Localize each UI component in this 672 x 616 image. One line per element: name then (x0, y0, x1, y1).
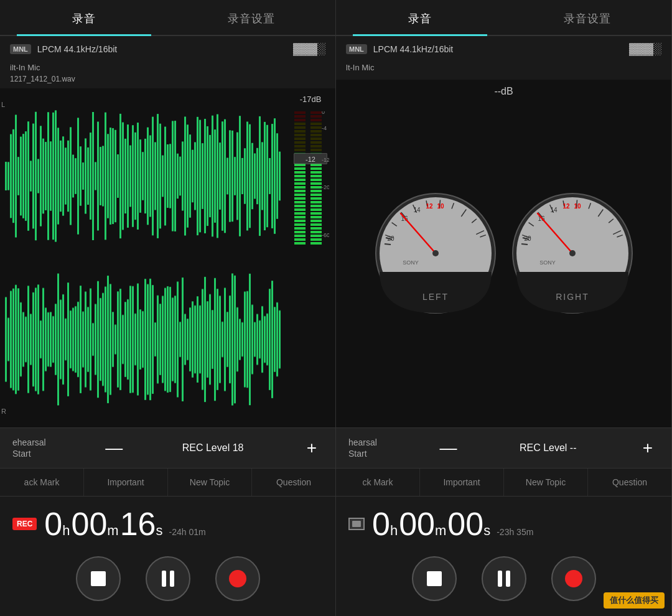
format-text-right: LPCM 44.1kHz/16bit (373, 44, 453, 54)
bookmark-question-left[interactable]: Question (252, 469, 335, 496)
right-vu-dial: 20 16 14 12 10 SONY RIGHT (510, 191, 635, 315)
svg-text:10: 10 (574, 203, 581, 210)
bookmark-newtopic-left[interactable]: New Topic (168, 469, 252, 496)
start-label-left: Start (12, 448, 46, 459)
timer-h-unit-left: h (62, 523, 70, 539)
filename-left: 1217_1412_01.wav (0, 73, 335, 88)
timer-hours-left: 0 (44, 508, 62, 540)
left-tabs: 录音 录音设置 (0, 0, 335, 36)
rehearsal-info-left: ehearsal Start (12, 437, 46, 459)
svg-text:SONY: SONY (403, 259, 419, 266)
db-label-right: --dB (494, 86, 513, 97)
rehearsal-info-right: hearsal Start (348, 437, 377, 459)
svg-text:10: 10 (437, 203, 444, 210)
timer-seconds-right: 00 (447, 508, 483, 540)
timer-area-right: 0 h 00 m 00 s -23h 35m (336, 497, 671, 546)
timer-minutes-left: 00 (72, 508, 108, 540)
stop-button-right[interactable] (412, 556, 457, 601)
left-vu-dial: 20 16 14 12 10 SONY LEFT (373, 191, 498, 315)
svg-line-22 (385, 244, 391, 245)
stop-icon-right (427, 571, 442, 586)
timer-s-unit-left: s (156, 523, 163, 539)
tab-record-right[interactable]: 录音 (336, 0, 504, 35)
mnl-badge-right: MNL (346, 44, 367, 54)
stop-icon-left (91, 571, 106, 586)
minus-button-right[interactable]: — (437, 439, 459, 457)
mic-text-right: lt-In Mic (336, 62, 671, 73)
plus-button-left[interactable]: + (301, 439, 323, 457)
right-tabs: 录音 录音设置 (336, 0, 671, 36)
svg-text:12: 12 (426, 203, 433, 210)
waveform-top (5, 103, 281, 250)
battery-icon-left: ▓▓▓░ (293, 42, 325, 55)
stop-button-left[interactable] (76, 556, 121, 601)
minus-button-left[interactable]: — (103, 439, 125, 457)
bookmark-newtopic-right[interactable]: New Topic (504, 469, 588, 496)
timer-h-unit-right: h (390, 523, 398, 539)
svg-point-20 (432, 250, 439, 256)
bookmark-bar-left: ack Mark Important New Topic Question (0, 469, 335, 497)
pause-bar-2-right (506, 571, 510, 587)
rec-level-left: REC Level 18 (182, 442, 244, 454)
svg-point-45 (569, 250, 576, 256)
vu-area-left: -17dB (286, 88, 335, 427)
mic-text-left: ilt-In Mic (0, 62, 335, 73)
right-panel: 录音 录音设置 MNL LPCM 44.1kHz/16bit ▓▓▓░ lt-I… (336, 0, 672, 616)
plus-button-right[interactable]: + (637, 439, 659, 457)
transport-left (0, 546, 335, 616)
battery-icon-right: ▓▓▓░ (629, 42, 661, 55)
timer-remaining-left: -24h 01m (169, 527, 206, 537)
pause-bar-1-right (498, 571, 502, 587)
svg-text:LEFT: LEFT (422, 292, 448, 302)
rehearsal-label-right: hearsal (348, 437, 377, 448)
timer-display-left: 0 h 00 m 16 s -24h 01m (44, 508, 323, 540)
record-dot-right (565, 570, 582, 587)
vu-dials-area: --dB (336, 80, 671, 427)
pause-bar-1-left (162, 571, 166, 587)
watermark: 值什么值得买 (604, 592, 665, 609)
start-label-right: Start (348, 448, 377, 459)
left-panel: 录音 录音设置 MNL LPCM 44.1kHz/16bit ▓▓▓░ ilt-… (0, 0, 336, 616)
rec-badge-left: REC (12, 518, 37, 530)
channel-label-r: R (1, 408, 6, 415)
pause-button-right[interactable] (482, 556, 526, 601)
tab-settings-left[interactable]: 录音设置 (168, 0, 336, 35)
record-button-right[interactable] (551, 556, 596, 601)
controls-bar-left: ehearsal Start — REC Level 18 + (0, 427, 335, 469)
left-info-left: MNL LPCM 44.1kHz/16bit (10, 44, 117, 54)
filename-right (336, 73, 671, 80)
bookmark-important-right[interactable]: Important (420, 469, 504, 496)
bookmark-important-left[interactable]: Important (84, 469, 168, 496)
pause-button-left[interactable] (146, 556, 190, 601)
svg-text:14: 14 (413, 207, 421, 213)
waveforms-left: L R (0, 88, 286, 427)
record-button-left[interactable] (215, 556, 260, 601)
svg-line-47 (521, 244, 528, 245)
bookmark-bar-right: ck Mark Important New Topic Question (336, 469, 671, 497)
waveform-canvas-left-bottom (5, 266, 281, 413)
rec-level-right: REC Level -- (520, 442, 577, 454)
bookmark-trackmark-right[interactable]: ck Mark (336, 469, 420, 496)
waveform-bottom (5, 266, 281, 413)
pause-icon-badge (352, 521, 361, 527)
timer-hours-right: 0 (372, 508, 390, 540)
pause-bar-2-left (170, 571, 174, 587)
pause-icon-left (162, 571, 174, 587)
timer-m-unit-right: m (435, 523, 446, 539)
controls-bar-right: hearsal Start — REC Level -- + (336, 427, 671, 469)
right-dial-container: 20 16 14 12 10 SONY RIGHT (510, 191, 635, 315)
timer-minutes-right: 00 (399, 508, 435, 540)
channel-label-l: L (1, 101, 5, 108)
bookmark-question-right[interactable]: Question (588, 469, 671, 496)
timer-area-left: REC 0 h 00 m 16 s -24h 01m (0, 497, 335, 546)
tab-record-left[interactable]: 录音 (0, 0, 168, 35)
waveform-area-left: L R -17dB (0, 88, 335, 427)
timer-display-right: 0 h 00 m 00 s -23h 35m (372, 508, 659, 540)
waveform-canvas-left-top (5, 103, 281, 250)
timer-remaining-right: -23h 35m (497, 527, 533, 537)
svg-text:12: 12 (562, 203, 570, 210)
bookmark-trackmark-left[interactable]: ack Mark (0, 469, 84, 496)
right-info-bar: MNL LPCM 44.1kHz/16bit ▓▓▓░ (336, 36, 671, 62)
svg-text:SONY: SONY (539, 259, 556, 266)
tab-settings-right[interactable]: 录音设置 (504, 0, 672, 35)
